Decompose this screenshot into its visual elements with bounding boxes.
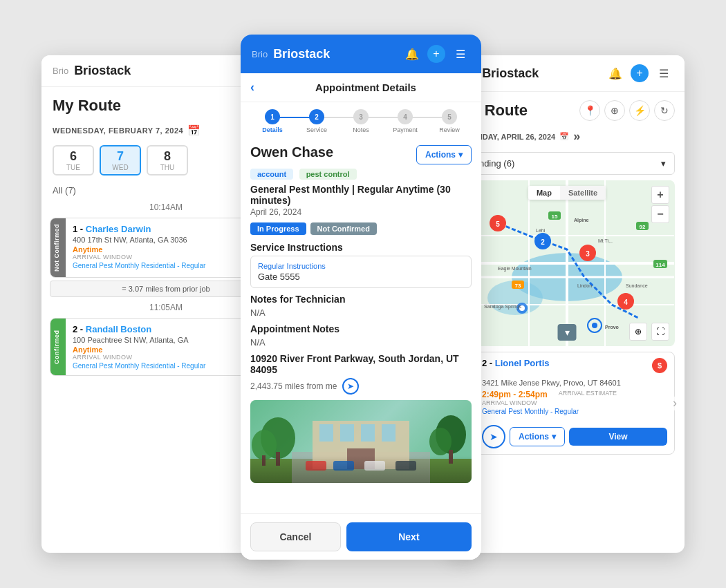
service-date: April 26, 2024: [250, 207, 472, 217]
svg-text:Alpine: Alpine: [574, 218, 588, 223]
appt-card-header: 2 - Lionel Portis $: [475, 352, 674, 379]
day-name-tue: TUE: [62, 164, 84, 171]
map-tab-satellite[interactable]: Satellite: [560, 186, 606, 200]
route-card-window-1: ARRIVAL WINDOW: [73, 254, 247, 260]
map-tab-map[interactable]: Map: [528, 186, 560, 200]
navigate-icon[interactable]: ➤: [342, 378, 359, 395]
instructions-label: Regular Instructions: [258, 262, 464, 270]
appt-card: Not Confirmed 2 - Lionel Portis $ 3421 M…: [459, 352, 675, 455]
route-card-name-2: 2 - Randall Boston: [73, 324, 247, 334]
svg-rect-7: [382, 424, 395, 442]
dollar-badge: $: [652, 358, 667, 373]
address-text: 10920 River Front Parkway, South Jordan,…: [250, 353, 472, 375]
appt-next-arrow[interactable]: ›: [668, 397, 682, 410]
map-zoom-buttons: + −: [651, 186, 669, 223]
appt-arrival-label: ARRIVAL WINDOW: [482, 399, 548, 406]
appt-actions-label: Actions: [519, 432, 549, 442]
property-img-overlay: [250, 455, 472, 483]
center-plus-icon[interactable]: +: [427, 45, 445, 63]
appt-name-link[interactable]: Lionel Portis: [495, 358, 550, 368]
instructions-text: Gate 5555: [258, 272, 464, 282]
center-menu-icon[interactable]: ☰: [451, 44, 470, 64]
appt-time-val: 2:49pm - 2:54pm: [482, 390, 548, 399]
center-footer: Cancel Next: [241, 513, 481, 560]
tag-pest-control: pest control: [299, 169, 357, 180]
route-card-time-2: Anytime: [73, 345, 247, 354]
zoom-out-button[interactable]: −: [651, 205, 669, 223]
calendar-icon[interactable]: 📅: [187, 124, 201, 137]
day-tab-8[interactable]: 8 THU: [147, 145, 188, 176]
route-card-window-2: ARRIVAL WINDOW: [73, 354, 247, 361]
right-date-text: FRIDAY, APRIL 26, 2024: [470, 133, 555, 141]
location-icon[interactable]: 📍: [579, 100, 600, 121]
back-button[interactable]: ‹: [250, 80, 254, 95]
right-route-icons: 📍 ⊕ ⚡ ↻: [579, 100, 675, 121]
center-bell-icon[interactable]: 🔔: [402, 44, 422, 64]
flash-icon[interactable]: ⚡: [629, 100, 650, 121]
day-num-7: 7: [109, 149, 131, 164]
step-review: 5 Review: [427, 109, 472, 133]
day-num-8: 8: [156, 149, 178, 164]
map-dropdown-button[interactable]: ▾: [558, 324, 577, 341]
step-circle-2[interactable]: 2: [309, 109, 324, 124]
right-panel: Brio Briostack 🔔 + ☰ My Route 📍 ⊕ ⚡ ↻ « …: [449, 55, 685, 553]
right-bell-icon[interactable]: 🔔: [606, 64, 625, 83]
center-panel: Brio Briostack 🔔 + ☰ ‹ Appointment Detai…: [241, 35, 481, 560]
actions-label: Actions: [425, 150, 456, 160]
svg-text:Saratoga Springs: Saratoga Springs: [484, 304, 522, 310]
actions-button[interactable]: Actions ▾: [416, 145, 472, 164]
svg-text:114: 114: [655, 262, 665, 268]
fullscreen-button[interactable]: ⛶: [651, 323, 669, 341]
appt-estimate-col: ARRIVAL ESTIMATE: [559, 390, 617, 406]
route-card-name-link-1[interactable]: Charles Darwin: [86, 224, 151, 234]
route-card-body-2: 2 - Randall Boston 100 Peachtree St NW, …: [66, 319, 254, 375]
right-plus-icon[interactable]: +: [631, 64, 649, 82]
property-image: [250, 400, 472, 483]
distance-row: 2,443.75 miles from me ➤: [250, 378, 472, 395]
day-tab-6[interactable]: 6 TUE: [53, 145, 94, 176]
step-label-review: Review: [439, 126, 460, 133]
next-button[interactable]: Next: [346, 522, 472, 551]
svg-rect-5: [340, 424, 354, 442]
right-date-nav: « FRIDAY, APRIL 26, 2024 📅 »: [449, 126, 685, 149]
step-payment: 4 Payment: [383, 109, 427, 133]
status-badges: In Progress Not Confirmed: [250, 222, 472, 235]
map-svg: 5 2 3 4 Alpine Lehi Mt Ti... Eagle Mount…: [459, 180, 675, 346]
instructions-box: Regular Instructions Gate 5555: [250, 256, 472, 288]
svg-text:Lindon: Lindon: [577, 283, 592, 288]
svg-rect-4: [319, 424, 333, 442]
svg-text:Sundance: Sundance: [626, 283, 648, 288]
tag-account: account: [250, 169, 293, 180]
svg-text:92: 92: [640, 224, 646, 230]
route-card-time-1: Anytime: [73, 245, 247, 254]
appt-card-service: General Pest Monthly - Regular: [475, 408, 674, 421]
route-card-body-1: 1 - Charles Darwin 400 17th St NW, Atlan…: [66, 218, 254, 277]
next-week-arrow[interactable]: »: [573, 129, 580, 144]
day-name-wed: WED: [109, 164, 131, 171]
pending-dropdown[interactable]: Pending (6) ▾: [459, 152, 675, 175]
appt-actions-button[interactable]: Actions ▾: [510, 427, 565, 446]
appt-navigate-btn[interactable]: ➤: [482, 425, 505, 448]
right-calendar-icon[interactable]: 📅: [559, 132, 569, 141]
step-circle-1[interactable]: 1: [265, 109, 280, 124]
step-circle-4[interactable]: 4: [398, 109, 413, 124]
right-menu-icon[interactable]: ☰: [654, 64, 673, 83]
svg-text:Provo: Provo: [605, 325, 619, 330]
appt-card-wrapper: ‹ › Not Confirmed 2 - Lionel Portis $ 34…: [449, 352, 685, 455]
refresh-icon[interactable]: ↻: [654, 100, 675, 121]
left-brio-label: Brio: [53, 66, 68, 76]
crosshair-icon[interactable]: ⊕: [604, 100, 625, 121]
appt-arrival-time-col: 2:49pm - 2:54pm ARRIVAL WINDOW: [482, 390, 548, 406]
locate-button[interactable]: ⊕: [629, 323, 647, 341]
zoom-in-button[interactable]: +: [651, 186, 669, 204]
svg-text:15: 15: [552, 214, 558, 220]
step-service: 2 Service: [295, 109, 339, 133]
view-button[interactable]: View: [569, 428, 667, 446]
day-tab-7[interactable]: 7 WED: [100, 145, 141, 176]
step-circle-5[interactable]: 5: [442, 109, 457, 124]
cancel-button[interactable]: Cancel: [250, 522, 341, 551]
route-card-name-link-2[interactable]: Randall Boston: [86, 324, 151, 334]
actions-chevron-icon: ▾: [458, 150, 463, 160]
left-date-text: WEDNESDAY, FEBRUARY 7, 2024: [53, 126, 183, 135]
step-circle-3[interactable]: 3: [353, 109, 369, 124]
